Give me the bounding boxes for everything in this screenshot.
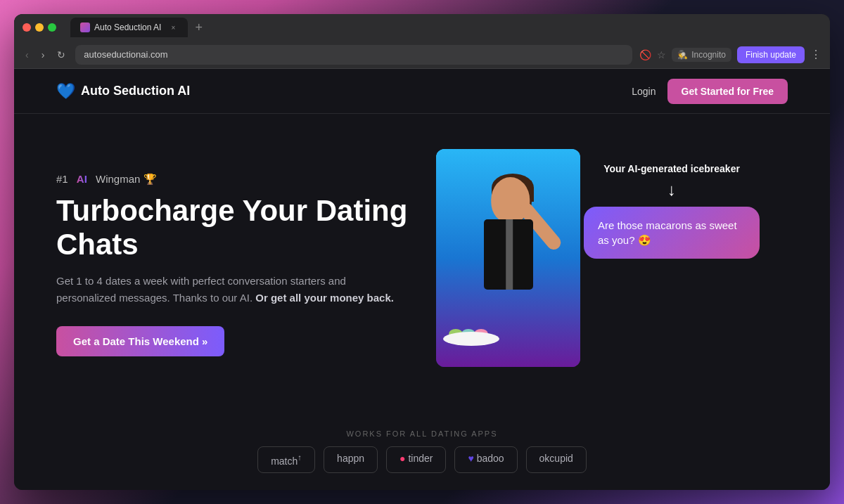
tab-close-icon[interactable]: × — [168, 22, 178, 32]
plate — [443, 332, 499, 346]
minimize-button[interactable] — [35, 23, 44, 32]
title-bar: Auto Seduction AI × + — [14, 14, 830, 41]
new-tab-button[interactable]: + — [191, 20, 207, 35]
plate-container — [443, 321, 506, 346]
finish-update-button[interactable]: Finish update — [737, 46, 805, 63]
person-stripe — [506, 219, 513, 290]
tag-suffix: Wingman 🏆 — [96, 173, 157, 186]
browser-window: Auto Seduction AI × + ‹ › ↻ autoseductio… — [14, 14, 830, 490]
back-button[interactable]: ‹ — [23, 48, 32, 62]
works-for-label: WORKS FOR ALL DATING APPS — [56, 429, 788, 438]
url-text: autoseductionai.com — [84, 49, 167, 60]
site-logo: 💙 Auto Seduction AI — [56, 82, 190, 101]
tab-favicon — [80, 22, 90, 32]
traffic-lights — [23, 23, 56, 32]
website-content: 💙 Auto Seduction AI Login Get Started fo… — [14, 69, 830, 490]
icebreaker-arrow-icon: ↓ — [584, 180, 760, 200]
hero-section: #1 AI Wingman 🏆 Turbocharge Your Dating … — [14, 114, 830, 415]
site-nav: 💙 Auto Seduction AI Login Get Started fo… — [14, 69, 830, 114]
app-logo-okcupid: okcupid — [526, 446, 587, 473]
dating-apps-section: WORKS FOR ALL DATING APPS match↑ happn ●… — [14, 415, 830, 490]
app-logo-badoo: ♥ badoo — [454, 446, 517, 473]
incognito-label: Incognito — [691, 50, 726, 60]
active-tab[interactable]: Auto Seduction AI × — [70, 18, 188, 37]
logo-icon: 💙 — [56, 82, 75, 101]
app-logos-list: match↑ happn ● tinder ♥ badoo okcupid — [56, 446, 788, 473]
icebreaker-area: Your AI-generated icebreaker ↓ Are those… — [584, 163, 760, 259]
incognito-icon: 🕵️ — [677, 50, 688, 60]
tag-number: #1 — [56, 173, 68, 185]
hero-description: Get 1 to 4 dates a week with perfect con… — [56, 273, 408, 306]
hero-desc-bold: Or get all your money back. — [255, 292, 394, 304]
hero-left: #1 AI Wingman 🏆 Turbocharge Your Dating … — [56, 173, 408, 357]
url-field[interactable]: autoseductionai.com — [75, 45, 632, 65]
icebreaker-bubble: Are those macarons as sweet as you? 😍 — [584, 207, 760, 259]
tab-bar: Auto Seduction AI × + — [70, 18, 821, 37]
hero-cta-button[interactable]: Get a Date This Weekend » — [56, 326, 224, 356]
hero-image — [436, 149, 580, 367]
hero-right: Your AI-generated icebreaker ↓ Are those… — [436, 142, 760, 388]
more-options-icon[interactable]: ⋮ — [810, 48, 821, 61]
close-button[interactable] — [23, 23, 31, 32]
address-bar: ‹ › ↻ autoseductionai.com 🚫 ☆ 🕵️ Incogni… — [14, 41, 830, 69]
refresh-button[interactable]: ↻ — [54, 48, 68, 62]
bookmark-icon[interactable]: ☆ — [657, 49, 666, 60]
maximize-button[interactable] — [48, 23, 56, 32]
get-started-button[interactable]: Get Started for Free — [667, 79, 788, 104]
logo-text: Auto Seduction AI — [81, 84, 190, 98]
tag-line: #1 AI Wingman 🏆 — [56, 173, 408, 186]
icebreaker-label: Your AI-generated icebreaker — [584, 163, 760, 174]
login-button[interactable]: Login — [632, 86, 656, 97]
tag-ai: AI — [77, 173, 87, 185]
address-actions: 🚫 ☆ 🕵️ Incognito Finish update ⋮ — [639, 46, 821, 63]
incognito-badge: 🕵️ Incognito — [672, 48, 731, 62]
forward-button[interactable]: › — [39, 48, 48, 62]
app-logo-tinder: ● tinder — [386, 446, 446, 473]
tab-title: Auto Seduction AI — [94, 22, 161, 32]
person-silhouette — [436, 149, 580, 367]
app-logo-match: match↑ — [257, 446, 315, 473]
hero-title: Turbocharge Your Dating Chats — [56, 194, 408, 262]
app-logo-happn: happn — [324, 446, 378, 473]
eye-off-icon: 🚫 — [639, 49, 651, 60]
